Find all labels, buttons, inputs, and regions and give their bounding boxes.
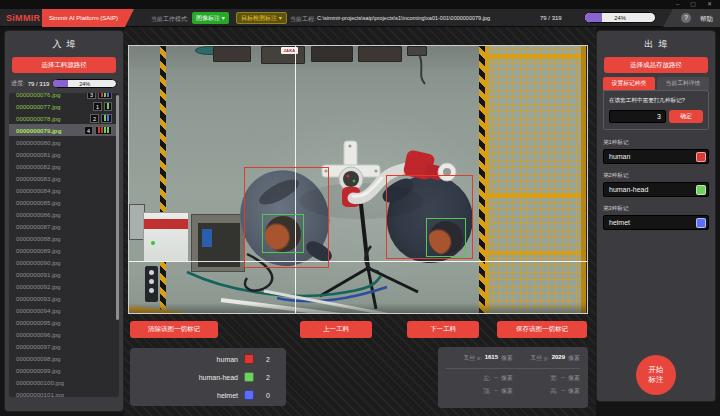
- tab-current-item-detail[interactable]: 当前工料详情: [657, 77, 709, 90]
- file-name: 0000000098.jpg: [16, 355, 112, 362]
- file-name: 0000000095.jpg: [16, 319, 112, 326]
- file-row[interactable]: 0000000077.jpg 1: [9, 100, 119, 112]
- file-row[interactable]: 0000000093.jpg: [9, 292, 119, 304]
- annotation-layer[interactable]: [129, 46, 587, 313]
- file-row[interactable]: 0000000099.jpg: [9, 364, 119, 376]
- mark-count-input[interactable]: 3: [609, 110, 666, 123]
- header-progress-percent: 24%: [585, 13, 655, 22]
- file-row[interactable]: 0000000082.jpg: [9, 160, 119, 172]
- file-name: 0000000086.jpg: [16, 211, 112, 218]
- file-row[interactable]: 0000000092.jpg: [9, 280, 119, 292]
- file-row[interactable]: 0000000095.jpg: [9, 316, 119, 328]
- mark-type-field: 第2种标记 human-head: [603, 172, 709, 197]
- file-row[interactable]: 0000000088.jpg: [9, 232, 119, 244]
- unit-label: 像素: [501, 387, 513, 396]
- file-row[interactable]: 0000000094.jpg: [9, 304, 119, 316]
- file-name: 0000000093.jpg: [16, 295, 112, 302]
- input-panel-title: 入埠: [5, 31, 123, 57]
- mark-name-value: human-head: [609, 186, 648, 193]
- file-row[interactable]: 0000000090.jpg: [9, 256, 119, 268]
- mark-name-input[interactable]: human: [603, 149, 709, 164]
- file-row[interactable]: 0000000097.jpg: [9, 340, 119, 352]
- bbox-human-head[interactable]: [426, 218, 466, 257]
- sidebar-progress-bar: 24%: [52, 79, 117, 88]
- file-row[interactable]: 0000000085.jpg: [9, 196, 119, 208]
- file-name: 0000000081.jpg: [16, 151, 112, 158]
- file-name: 0000000083.jpg: [16, 175, 112, 182]
- file-row[interactable]: 0000000098.jpg: [9, 352, 119, 364]
- mark-type-label: 第1种标记: [603, 139, 709, 147]
- current-project-label: 当前工程:: [290, 15, 316, 24]
- file-row[interactable]: 0000000087.jpg: [9, 220, 119, 232]
- crosshair-y-label: 叉丝 y:: [530, 354, 548, 363]
- file-list-scrollbar[interactable]: [116, 95, 119, 320]
- crosshair-y-value: 2029: [552, 354, 565, 363]
- legend-color-swatch: [244, 390, 254, 400]
- start-annotation-button[interactable]: 开始 标注: [636, 355, 676, 395]
- save-all-marks-button[interactable]: 保存该图一切标记: [497, 321, 587, 338]
- file-row[interactable]: 0000000091.jpg: [9, 268, 119, 280]
- confirm-button[interactable]: 确定: [669, 110, 703, 123]
- file-name: 0000000087.jpg: [16, 223, 112, 230]
- current-project-path: C:\simmir-projects\saip\projects\s1\inco…: [317, 15, 490, 21]
- legend-class-label: helmet: [140, 392, 238, 399]
- legend-row: human 2: [140, 354, 276, 364]
- mark-type-field: 第3种标记 helmet: [603, 205, 709, 230]
- file-row[interactable]: 0000000078.jpg 2: [9, 112, 119, 124]
- help-button[interactable]: 帮助: [700, 15, 713, 24]
- image-canvas[interactable]: JAKA: [128, 45, 588, 314]
- file-row[interactable]: 0000000096.jpg: [9, 328, 119, 340]
- file-row[interactable]: 0000000076.jpg 3: [9, 93, 119, 100]
- coordinates-panel: 叉丝 x: 1615 像素 叉丝 y: 2029 像素 左: -- 像素 宽: …: [438, 347, 588, 408]
- file-name: 00000000101.jpg: [16, 391, 112, 398]
- choose-source-path-button[interactable]: 选择工料源路径: [12, 57, 116, 73]
- legend-color-swatch: [244, 354, 254, 364]
- file-row[interactable]: 0000000083.jpg: [9, 172, 119, 184]
- legend-row: human-head 2: [140, 372, 276, 382]
- file-row[interactable]: 0000000089.jpg: [9, 244, 119, 256]
- file-name: 0000000097.jpg: [16, 343, 112, 350]
- help-icon[interactable]: ?: [681, 13, 691, 23]
- file-row[interactable]: 0000000080.jpg: [9, 136, 119, 148]
- crosshair-horizontal: [129, 261, 587, 262]
- previous-item-button[interactable]: 上一工料: [300, 321, 372, 338]
- file-name: 0000000076.jpg: [16, 93, 87, 98]
- mode-image-annotation-dropdown[interactable]: 图像标注 ▾: [192, 12, 229, 24]
- box-height-label: 高:: [550, 387, 558, 396]
- mark-name-input[interactable]: helmet: [603, 215, 709, 230]
- mark-color-swatch[interactable]: [696, 218, 706, 228]
- legend-class-label: human-head: [140, 374, 238, 381]
- tab-set-mark-types[interactable]: 设置标记种类: [603, 77, 655, 90]
- file-row[interactable]: 0000000079.jpg 4: [9, 124, 119, 136]
- sidebar-progress-counter: 79 / 319: [28, 81, 50, 87]
- maximize-icon[interactable]: ▢: [690, 1, 696, 8]
- file-badge: 4: [84, 126, 93, 135]
- mark-type-label: 第3种标记: [603, 205, 709, 213]
- file-row[interactable]: 0000000086.jpg: [9, 208, 119, 220]
- minimize-icon[interactable]: –: [676, 1, 679, 8]
- file-row[interactable]: 0000000084.jpg: [9, 184, 119, 196]
- file-name: 0000000085.jpg: [16, 199, 112, 206]
- mode-object-detection-dropdown[interactable]: 目标检测标注 ▾: [236, 12, 287, 24]
- clear-all-marks-button[interactable]: 清除该图一切标记: [130, 321, 218, 338]
- mark-color-swatch[interactable]: [696, 152, 706, 162]
- file-name: 00000000100.jpg: [16, 379, 112, 386]
- unit-label: 像素: [501, 374, 513, 383]
- crosshair-x-label: 叉丝 x:: [463, 354, 481, 363]
- legend-row: helmet 0: [140, 390, 276, 400]
- mark-fields-area: 第1种标记 human 第2种标记 human-head 第3种标记 helme…: [603, 139, 709, 230]
- bbox-human-head[interactable]: [262, 214, 304, 253]
- next-item-button[interactable]: 下一工料: [407, 321, 479, 338]
- file-badge: 1: [93, 102, 102, 111]
- file-name: 0000000094.jpg: [16, 307, 112, 314]
- input-panel: 入埠 选择工料源路径 进度: 79 / 319 24% 0000000076.j…: [4, 30, 124, 412]
- mark-color-swatch[interactable]: [696, 185, 706, 195]
- file-row[interactable]: 00000000100.jpg: [9, 376, 119, 388]
- close-icon[interactable]: ✕: [707, 1, 712, 8]
- file-row[interactable]: 0000000081.jpg: [9, 148, 119, 160]
- file-marks: [95, 126, 112, 135]
- mark-name-input[interactable]: human-head: [603, 182, 709, 197]
- mark-type-label: 第2种标记: [603, 172, 709, 180]
- file-row[interactable]: 00000000101.jpg: [9, 388, 119, 397]
- choose-output-path-button[interactable]: 选择成品存放路径: [604, 57, 708, 73]
